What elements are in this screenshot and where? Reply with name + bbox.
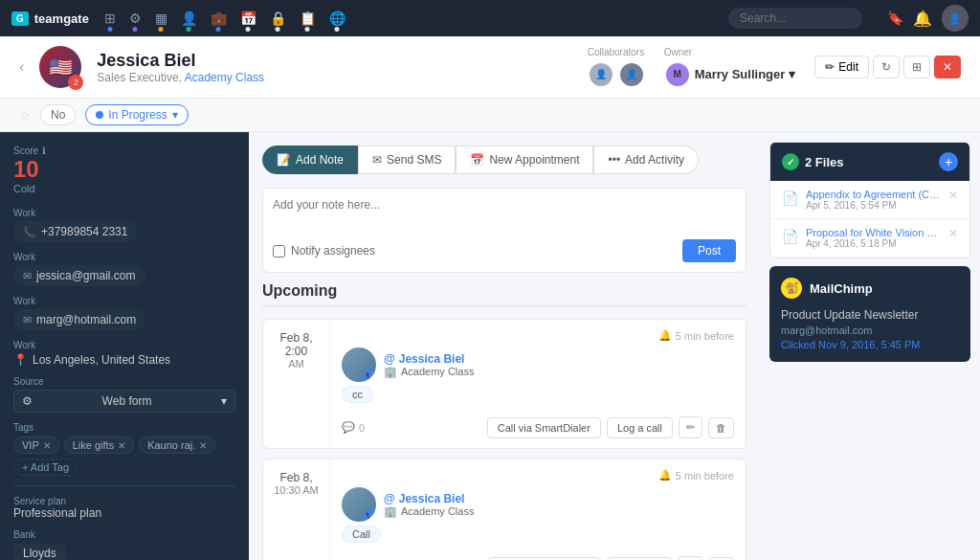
- appt-tag-1: cc: [342, 386, 373, 403]
- no-button[interactable]: No: [40, 104, 76, 125]
- note-area: Notify assignees Post: [262, 188, 746, 273]
- appt-date-2: Feb 8, 10:30 AM: [263, 459, 330, 560]
- divider: [13, 485, 235, 486]
- bank-field: Bank Lloyds: [13, 529, 235, 560]
- bookmark-icon[interactable]: 🔖: [887, 11, 903, 26]
- file-name-1[interactable]: Appendix to Agreement (Confirmed).d...: [806, 189, 941, 200]
- email1-value[interactable]: ✉ jessica@gmail.com: [13, 265, 145, 286]
- collaborators-avatars: 👤 👤: [588, 61, 645, 88]
- grid-icon[interactable]: ⊞: [104, 11, 116, 26]
- appt-person-info-1: @ Jessica Biel 🏢 Academy Class: [384, 352, 734, 378]
- email2-value[interactable]: ✉ marg@hotmail.com: [13, 309, 145, 330]
- note-textarea[interactable]: [273, 198, 736, 236]
- tags-field: Tags VIP ✕ Like gifts ✕ Kauno raj. ✕ + A…: [13, 422, 235, 476]
- search-input[interactable]: [728, 8, 862, 29]
- refresh-button[interactable]: ↻: [873, 56, 900, 78]
- contact-info: Jessica Biel Sales Executive, Academy Cl…: [97, 51, 571, 84]
- globe-icon[interactable]: 🌐: [329, 11, 345, 26]
- send-sms-tab[interactable]: ✉ Send SMS: [358, 146, 456, 174]
- add-note-tab[interactable]: 📝 Add Note: [262, 146, 358, 174]
- add-file-button[interactable]: +: [939, 152, 958, 171]
- collaborators-label: Collaborators: [588, 47, 644, 57]
- source-field: Source ⚙ Web form ▾: [13, 376, 235, 413]
- status-chevron: ▾: [172, 108, 178, 122]
- contact-name: Jessica Biel: [97, 51, 571, 71]
- calendar-icon[interactable]: 📅: [240, 11, 256, 26]
- email1-label: Work: [13, 252, 235, 262]
- delete-appt-btn-1[interactable]: 🗑: [708, 417, 734, 438]
- appt-body-1: 🔔 5 min before 📞 @ Jessica Biel 🏢: [330, 320, 746, 448]
- action-tabs: 📝 Add Note ✉ Send SMS 📅 New Appointment …: [262, 146, 746, 174]
- smart-dial-btn-2[interactable]: Call via SmartDialer: [487, 557, 601, 561]
- tag-kauno[interactable]: Kauno raj. ✕: [139, 437, 215, 454]
- building-icon-2: 🏢: [384, 505, 397, 518]
- nav-right: 🔖 🔔 👤: [887, 5, 969, 32]
- delete-appt-btn-2[interactable]: 🗑: [708, 557, 734, 561]
- back-button[interactable]: ‹: [19, 58, 24, 76]
- tag-vip[interactable]: VIP ✕: [13, 437, 59, 454]
- appt-avatar-1: 📞: [342, 347, 376, 382]
- owner-chevron[interactable]: ▾: [789, 67, 795, 81]
- smart-dial-btn-1[interactable]: Call via SmartDialer: [487, 417, 601, 438]
- edit-appt-btn-2[interactable]: ✏: [679, 556, 702, 560]
- status-dropdown[interactable]: In Progress ▾: [85, 104, 188, 125]
- email2-icon: ✉: [23, 314, 32, 326]
- notify-checkbox[interactable]: [273, 245, 285, 258]
- location-label: Work: [13, 340, 235, 350]
- user-avatar[interactable]: 👤: [942, 5, 969, 32]
- email1-field: Work ✉ jessica@gmail.com: [13, 252, 235, 286]
- upcoming-heading: Upcoming: [262, 282, 746, 307]
- file-remove-1[interactable]: ✕: [948, 189, 958, 202]
- file-icon-1: 📄: [782, 190, 798, 206]
- file-remove-2[interactable]: ✕: [948, 227, 958, 240]
- score-value: 10: [13, 156, 235, 183]
- appt-date-1: Feb 8, 2:00 AM: [263, 320, 330, 448]
- phone-icon: 📞: [23, 226, 36, 238]
- mailchimp-header: 🐒 MailChimp: [781, 278, 959, 299]
- score-info-icon: ℹ: [42, 146, 46, 156]
- star-button[interactable]: ☆: [19, 108, 31, 123]
- bell-small-icon-2: 🔔: [658, 469, 672, 482]
- source-chevron: ▾: [221, 394, 227, 408]
- appt-person-class-1: 🏢 Academy Class: [384, 366, 734, 378]
- phone-value[interactable]: 📞 +37989854 2331: [13, 221, 137, 242]
- briefcase-icon[interactable]: 💼: [211, 11, 227, 26]
- appt-time-1: AM: [271, 358, 322, 370]
- score-tag: Cold: [13, 183, 235, 194]
- mailchimp-icon: 🐒: [781, 278, 802, 299]
- mc-product: Product Update Newsletter: [781, 308, 959, 322]
- appt-actions-2: 💬 0 Call via SmartDialer Log a call ✏ 🗑: [342, 556, 734, 560]
- appt-time-2: 10:30 AM: [271, 484, 322, 496]
- add-activity-tab[interactable]: ••• Add Activity: [593, 146, 699, 174]
- lock-icon[interactable]: 🔒: [270, 11, 286, 26]
- email2-label: Work: [13, 296, 235, 306]
- edit-appt-btn-1[interactable]: ✏: [679, 416, 702, 438]
- document-icon[interactable]: 📋: [300, 11, 316, 26]
- settings-icon[interactable]: ⚙: [129, 11, 142, 26]
- source-dropdown[interactable]: ⚙ Web form ▾: [13, 390, 235, 413]
- log-call-btn-2[interactable]: Log a call: [607, 557, 673, 561]
- notify-checkbox-label[interactable]: Notify assignees: [273, 244, 375, 258]
- edit-button[interactable]: ✏ Edit: [814, 56, 869, 78]
- header-right: Collaborators 👤 👤 Owner M Marry Sullinge…: [588, 47, 961, 88]
- appt-person-name-2: @ Jessica Biel: [384, 492, 734, 505]
- appt-before-1: 🔔 5 min before: [342, 329, 734, 342]
- left-sidebar: Score ℹ 10 Cold Work 📞 +37989854 2331 Wo…: [0, 132, 249, 560]
- chart-icon[interactable]: ▦: [155, 11, 167, 26]
- tag-like-gifts[interactable]: Like gifts ✕: [64, 437, 134, 454]
- appt-avatar-2: 📞: [342, 487, 376, 522]
- tags-label: Tags: [13, 422, 235, 433]
- grid-button[interactable]: ⊞: [903, 56, 930, 78]
- email1-icon: ✉: [23, 270, 32, 282]
- person-icon[interactable]: 👤: [181, 11, 197, 26]
- bell-icon[interactable]: 🔔: [913, 10, 932, 28]
- post-button[interactable]: Post: [682, 239, 736, 262]
- contact-header: ‹ 🇺🇸 2 Jessica Biel Sales Executive, Aca…: [0, 36, 980, 99]
- nav-icons: ⊞ ⚙ ▦ 👤 💼 📅 🔒 📋 🌐: [104, 11, 713, 26]
- file-name-2[interactable]: Proposal for White Vision (Draft).pdf: [806, 227, 941, 238]
- add-tag-button[interactable]: + Add Tag: [13, 459, 78, 476]
- contact-link[interactable]: Academy Class: [185, 71, 264, 84]
- log-call-btn-1[interactable]: Log a call: [607, 417, 673, 438]
- new-appointment-tab[interactable]: 📅 New Appointment: [456, 146, 593, 174]
- delete-button[interactable]: ✕: [934, 56, 961, 78]
